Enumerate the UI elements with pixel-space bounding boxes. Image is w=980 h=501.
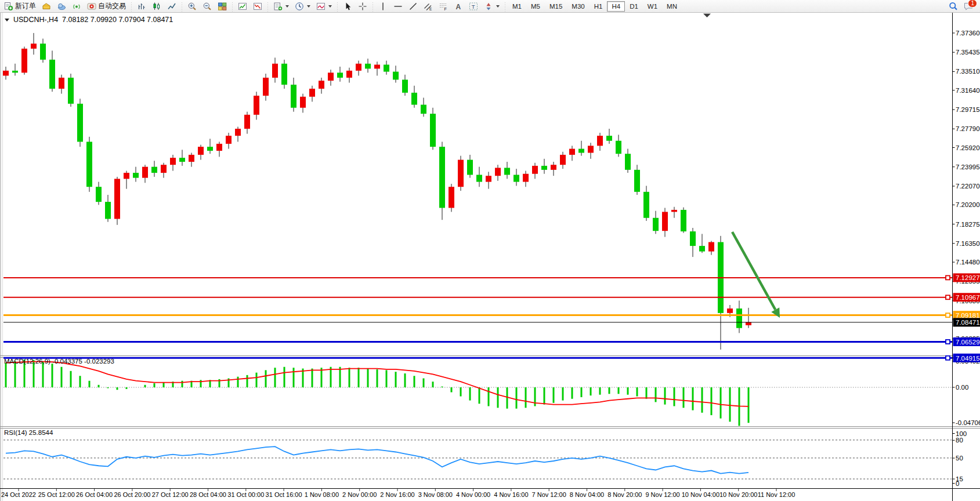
profiles-button[interactable]	[251, 1, 265, 12]
candle	[504, 168, 510, 175]
tf-m15[interactable]: M15	[545, 1, 567, 12]
time-tick-label: 26 Oct 20:00	[114, 491, 150, 498]
price-level-handle[interactable]	[946, 275, 950, 279]
candle	[12, 71, 18, 72]
text-label-tool-button[interactable]: T	[467, 1, 480, 12]
text-tool-button[interactable]: A	[451, 1, 465, 12]
market-depth-button[interactable]	[39, 1, 53, 12]
rsi-scale-label: 50	[956, 455, 963, 462]
vline-icon	[378, 2, 388, 11]
candle	[161, 165, 167, 173]
candlestick-mode-button[interactable]	[150, 1, 164, 12]
candle	[588, 146, 594, 153]
svg-text:E: E	[429, 6, 432, 10]
channel-icon: E	[424, 2, 433, 11]
toolbar: 新订单自动交易EFATM1M5M15M30H1H4D1W1MN1	[0, 0, 980, 13]
tile-icon	[218, 2, 227, 11]
zoom-out-button[interactable]	[200, 1, 214, 12]
price-tick-label: 7.23995	[956, 164, 980, 170]
cloud-icon	[57, 2, 66, 11]
indicators-button[interactable]	[314, 1, 334, 12]
candle	[254, 96, 259, 115]
time-tick-label: 2 Nov 00:00	[342, 491, 377, 498]
price-badge-label: 7.08471	[956, 319, 980, 326]
svg-text:T: T	[472, 3, 475, 10]
community-button[interactable]	[55, 1, 68, 12]
tf-d1[interactable]: D1	[625, 1, 643, 12]
candles-icon	[152, 2, 161, 11]
tf-h1[interactable]: H1	[590, 1, 607, 12]
autotrade-icon	[87, 2, 96, 11]
price-level-handle[interactable]	[946, 356, 950, 360]
time-tick-label: 1 Nov 08:00	[305, 491, 339, 498]
candle	[86, 141, 92, 187]
candle	[736, 308, 742, 328]
tf-w1[interactable]: W1	[643, 1, 662, 12]
candle	[226, 136, 232, 144]
auto-trading-button-label: 自动交易	[98, 1, 126, 11]
candle	[662, 212, 668, 231]
new-order-button[interactable]: 新订单	[2, 1, 38, 12]
new-chart-button[interactable]	[236, 1, 249, 12]
tf-m30[interactable]: M30	[567, 1, 589, 12]
toolbar-separator	[504, 1, 507, 12]
cursor-tool-button[interactable]	[341, 1, 355, 12]
price-level-handle[interactable]	[946, 340, 950, 344]
candle	[328, 72, 334, 81]
candle	[31, 43, 37, 49]
price-badge-label: 7.10967	[956, 294, 980, 301]
time-tick-label: 26 Oct 04:00	[76, 491, 113, 498]
time-tick-label: 10 Nov 04:00	[682, 491, 719, 498]
channel-tool-button[interactable]: E	[421, 1, 435, 12]
time-tick-label: 4 Nov 16:00	[494, 491, 528, 498]
candle	[449, 187, 454, 208]
arrows-tool-button[interactable]	[482, 1, 502, 12]
tf-h4[interactable]: H4	[607, 1, 625, 12]
crosshair-tool-button[interactable]	[356, 1, 370, 12]
mt4-window: 新订单自动交易EFATM1M5M15M30H1H4D1W1MN1 7.37360…	[0, 0, 980, 501]
period-icon	[295, 2, 304, 11]
time-tick-label: 4 Nov 00:00	[456, 491, 490, 498]
auto-trading-button[interactable]: 自动交易	[85, 1, 128, 12]
price-tick-label: 7.31640	[956, 87, 980, 94]
macd-scale-label: -0.047061	[956, 419, 980, 426]
candle	[606, 136, 612, 141]
trendline-tool-button[interactable]	[406, 1, 420, 12]
line-chart-icon	[167, 2, 176, 11]
vline-tool-button[interactable]	[376, 1, 390, 12]
period-button[interactable]	[292, 1, 313, 12]
chart-canvas[interactable]: 7.373607.354357.335107.316407.297157.277…	[0, 0, 980, 501]
time-tick-label: 28 Oct 04:00	[190, 491, 226, 498]
tf-m5[interactable]: M5	[526, 1, 545, 12]
bar-chart-mode-button[interactable]	[135, 1, 149, 12]
candle	[421, 105, 426, 114]
fibonacci-tool-button[interactable]: F	[436, 1, 450, 12]
signals-button[interactable]	[70, 1, 84, 12]
candle	[746, 322, 751, 325]
price-level-handle[interactable]	[946, 313, 950, 317]
toolbar-separator	[130, 1, 133, 12]
candle	[49, 60, 55, 89]
candle	[439, 147, 445, 208]
templates-button[interactable]	[271, 1, 291, 12]
candle	[384, 65, 389, 72]
zoom-in-button[interactable]	[185, 1, 199, 12]
candle	[541, 166, 547, 170]
tile-windows-button[interactable]	[215, 1, 229, 12]
dropdown-caret-icon	[496, 5, 500, 8]
time-tick-label: 8 Nov 04:00	[570, 491, 604, 498]
candle	[616, 141, 621, 154]
candle	[671, 210, 677, 212]
candle	[77, 104, 83, 142]
time-tick-label: 10 Nov 20:00	[719, 491, 757, 498]
tf-mn[interactable]: MN	[662, 1, 682, 12]
price-level-handle[interactable]	[946, 295, 950, 299]
toolbar-separator	[336, 1, 339, 12]
price-badge-label: 7.04915	[956, 355, 980, 362]
line-chart-mode-button[interactable]	[165, 1, 179, 12]
chat-button[interactable]: 1	[964, 2, 973, 11]
search-button[interactable]	[949, 2, 958, 11]
tf-m1[interactable]: M1	[508, 1, 526, 12]
hline-tool-button[interactable]	[391, 1, 405, 12]
chart-title-caret-icon[interactable]	[5, 19, 9, 21]
